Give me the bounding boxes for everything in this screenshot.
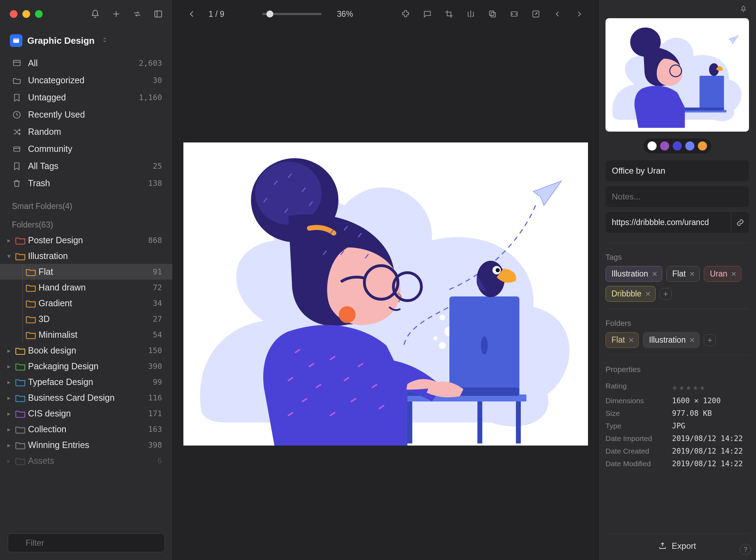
color-swatch[interactable] [673, 141, 682, 150]
folder-row[interactable]: ▸ Assets 6 [0, 453, 173, 469]
disclosure-icon[interactable]: ▸ [5, 457, 13, 465]
folder-row[interactable]: ▸ Typeface Design 99 [0, 374, 173, 390]
folder-row[interactable]: Gradient 34 [0, 295, 173, 311]
canvas-area[interactable] [173, 28, 598, 560]
disclosure-icon[interactable]: ▸ [5, 441, 13, 449]
folder-chip[interactable]: Illustration✕ [643, 332, 700, 348]
disclosure-icon[interactable]: ▸ [5, 237, 13, 244]
remove-folder-icon[interactable]: ✕ [628, 336, 634, 344]
nav-item-alltags[interactable]: All Tags 25 [0, 158, 173, 175]
url-input[interactable] [606, 212, 731, 233]
remove-tag-icon[interactable]: ✕ [731, 270, 737, 278]
remove-tag-icon[interactable]: ✕ [645, 290, 651, 298]
folder-icon [26, 315, 36, 323]
folder-count: 116 [148, 393, 162, 402]
folder-row[interactable]: ▸ Business Card Design 116 [0, 390, 173, 406]
tag-chip[interactable]: Illustration✕ [606, 266, 662, 282]
nav-item-community[interactable]: Community [0, 140, 173, 158]
folder-count: 398 [148, 441, 162, 449]
notifications-icon[interactable] [91, 9, 100, 19]
help-icon[interactable]: ? [740, 544, 751, 555]
folder-row[interactable]: Hand drawn 72 [0, 280, 173, 295]
nav-item-random[interactable]: Random [0, 123, 173, 140]
property-value: ★★★★★ [672, 382, 749, 392]
pin-icon[interactable] [739, 5, 749, 15]
folder-row[interactable]: ▸ Poster Design 868 [0, 232, 173, 248]
back-icon[interactable] [187, 9, 197, 19]
maximize-window-icon[interactable] [35, 10, 43, 18]
folder-row[interactable]: ▸ CIS design 171 [0, 406, 173, 421]
copy-icon[interactable] [488, 9, 497, 19]
folder-row[interactable]: ▸ Book design 150 [0, 343, 173, 358]
folder-chip[interactable]: Flat✕ [606, 332, 639, 348]
remove-folder-icon[interactable]: ✕ [689, 336, 695, 344]
nav-count: 1,160 [139, 93, 162, 102]
folder-row[interactable]: 3D 27 [0, 311, 173, 327]
remove-tag-icon[interactable]: ✕ [652, 270, 658, 278]
flip-horizontal-icon[interactable] [466, 9, 476, 19]
filter-input[interactable] [8, 533, 165, 552]
filter-bar [0, 528, 173, 560]
property-key: Date Modified [606, 460, 672, 468]
export-button[interactable]: Export [606, 534, 749, 560]
folder-row[interactable]: ▸ Packaging Design 390 [0, 358, 173, 374]
zoom-slider[interactable] [262, 13, 322, 15]
disclosure-icon[interactable]: ▸ [5, 363, 13, 370]
property-row: Date Modified2019/08/12 14:22 [606, 457, 749, 470]
folder-row[interactable]: ▸ Collection 163 [0, 421, 173, 437]
tag-chip[interactable]: Uran✕ [704, 266, 741, 282]
library-switcher[interactable]: Graphic Design [0, 28, 173, 53]
remove-tag-icon[interactable]: ✕ [689, 270, 695, 278]
library-icon [10, 34, 22, 47]
zoom-slider-thumb[interactable] [266, 10, 273, 18]
uncategorized-icon [12, 76, 22, 85]
folder-row[interactable]: Flat 91 [0, 264, 173, 280]
color-swatch[interactable] [698, 141, 707, 150]
annotate-icon[interactable] [422, 9, 432, 19]
title-input[interactable] [606, 160, 749, 181]
disclosure-icon[interactable]: ▸ [5, 347, 13, 355]
add-folder-button[interactable]: + [704, 334, 716, 346]
rating-stars[interactable]: ★★★★★ [672, 382, 706, 392]
viewer-toolbar: 1 / 9 36% [173, 0, 598, 28]
tag-chip[interactable]: Dribbble✕ [606, 286, 656, 302]
open-external-icon[interactable] [531, 9, 541, 19]
minimize-window-icon[interactable] [22, 10, 30, 18]
folder-icon [26, 331, 36, 339]
sync-icon[interactable] [133, 9, 142, 19]
nav-item-untagged[interactable]: Untagged 1,160 [0, 89, 173, 106]
disclosure-icon[interactable]: ▸ [5, 378, 13, 386]
color-swatch[interactable] [660, 141, 669, 150]
svg-rect-33 [684, 107, 724, 110]
folder-label: Business Card Design [28, 393, 145, 403]
crop-icon[interactable] [444, 9, 454, 19]
dimensions-icon[interactable] [509, 9, 519, 19]
nav-item-recent[interactable]: Recently Used [0, 106, 173, 123]
disclosure-icon[interactable]: ▸ [5, 410, 13, 418]
extension-icon[interactable] [401, 9, 411, 19]
add-tag-button[interactable]: + [660, 288, 672, 300]
color-swatch[interactable] [648, 141, 657, 150]
color-swatch[interactable] [685, 141, 694, 150]
property-row: TypeJPG [606, 420, 749, 432]
folder-row[interactable]: ▾ Illustration [0, 248, 173, 264]
folder-icon [15, 378, 25, 386]
prev-image-icon[interactable] [553, 9, 562, 19]
disclosure-icon[interactable]: ▾ [5, 252, 13, 260]
notes-input[interactable] [606, 186, 749, 207]
open-link-icon[interactable] [731, 214, 749, 232]
close-window-icon[interactable] [10, 10, 18, 18]
nav-item-uncategorized[interactable]: Uncategorized 30 [0, 72, 173, 89]
next-image-icon[interactable] [574, 9, 584, 19]
tag-chip[interactable]: Flat✕ [666, 266, 700, 282]
disclosure-icon[interactable]: ▸ [5, 394, 13, 402]
nav-label: All Tags [28, 161, 147, 171]
folder-count: 150 [148, 346, 162, 355]
nav-item-all[interactable]: All 2,603 [0, 55, 173, 72]
nav-item-trash[interactable]: Trash 138 [0, 175, 173, 192]
disclosure-icon[interactable]: ▸ [5, 426, 13, 433]
folder-row[interactable]: Minimalist 54 [0, 327, 173, 343]
toggle-sidebar-icon[interactable] [154, 9, 163, 19]
folder-row[interactable]: ▸ Winning Entries 398 [0, 437, 173, 453]
add-icon[interactable] [112, 9, 121, 19]
